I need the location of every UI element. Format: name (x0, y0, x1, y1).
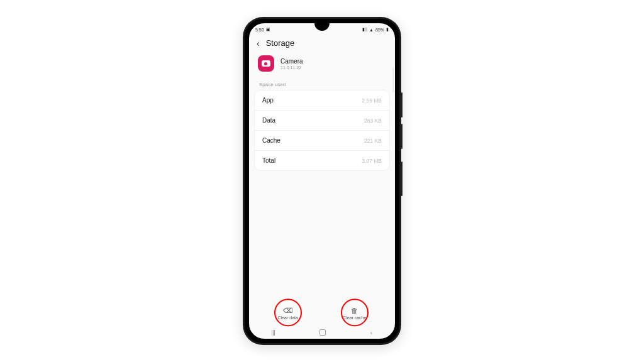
nav-home-button[interactable] (319, 329, 326, 336)
phone-frame: 5:50 ▣ ▮▯ ▲ 85% ▮ ‹ Storage Camera 11.0 (243, 17, 401, 345)
row-cache-label: Cache (262, 137, 280, 144)
spacer (249, 171, 395, 301)
app-name: Camera (280, 58, 303, 65)
row-data-value: 283 KB (364, 118, 382, 124)
scrollbar[interactable] (392, 67, 394, 92)
page-title: Storage (266, 38, 295, 48)
power-button[interactable] (401, 162, 402, 196)
row-app-value: 2.56 MB (362, 97, 382, 104)
status-time: 5:50 (255, 28, 264, 32)
battery-text: 85% (375, 28, 384, 32)
volume-down-button[interactable] (401, 124, 402, 149)
heading: ‹ Storage (249, 35, 395, 53)
app-version: 11.0.11.22 (280, 65, 303, 70)
row-data: Data 283 KB (255, 110, 389, 130)
clear-cache-button[interactable]: 🗑 Clear cache (338, 305, 371, 322)
row-cache: Cache 221 KB (255, 130, 389, 150)
app-info-row: Camera 11.0.11.22 (249, 53, 395, 80)
row-total: Total 3.07 MB (255, 150, 389, 170)
bottom-action-bar: ⌫ Clear data 🗑 Clear cache (249, 301, 395, 326)
row-app-label: App (262, 97, 274, 104)
space-used-list: App 2.56 MB Data 283 KB Cache 221 KB Tot… (254, 90, 390, 171)
phone-screen: 5:50 ▣ ▮▯ ▲ 85% ▮ ‹ Storage Camera 11.0 (249, 23, 395, 339)
back-icon[interactable]: ‹ (257, 39, 260, 48)
trash-icon: 🗑 (351, 307, 358, 314)
section-space-used-label: Space used (249, 80, 395, 90)
clear-data-label: Clear data (278, 315, 298, 320)
clear-cache-label: Clear cache (343, 315, 366, 320)
row-total-label: Total (262, 157, 275, 164)
nav-back-button[interactable]: ‹ (370, 329, 373, 336)
row-cache-value: 221 KB (364, 138, 382, 144)
row-data-label: Data (262, 117, 275, 124)
camera-app-icon (258, 55, 274, 72)
nav-recent-button[interactable] (272, 330, 275, 336)
volume-up-button[interactable] (401, 92, 402, 118)
wifi-icon: ▲ (369, 28, 374, 32)
trash-x-icon: ⌫ (283, 307, 293, 314)
clear-data-button[interactable]: ⌫ Clear data (273, 305, 303, 322)
stage: 5:50 ▣ ▮▯ ▲ 85% ▮ ‹ Storage Camera 11.0 (0, 0, 644, 362)
nav-bar: ‹ (249, 326, 395, 339)
battery-icon: ▮ (386, 27, 389, 32)
row-app: App 2.56 MB (255, 90, 389, 110)
row-total-value: 3.07 MB (362, 158, 382, 164)
cast-icon: ▣ (266, 27, 270, 32)
signal-icon: ▮▯ (362, 27, 367, 32)
